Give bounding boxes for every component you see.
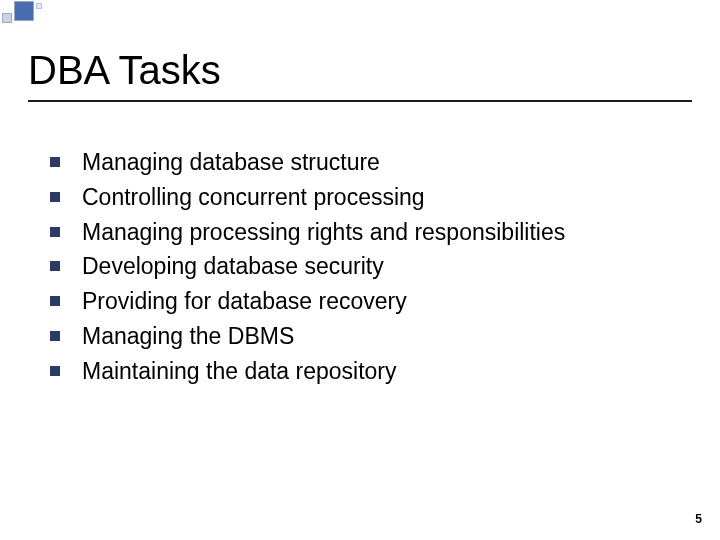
bullet-text: Controlling concurrent processing — [82, 183, 425, 212]
bullet-text: Providing for database recovery — [82, 287, 407, 316]
square-icon — [36, 3, 42, 9]
bullet-icon — [50, 227, 60, 237]
corner-decoration — [0, 0, 60, 30]
bullet-icon — [50, 261, 60, 271]
page-number: 5 — [695, 512, 702, 526]
list-item: Controlling concurrent processing — [50, 183, 670, 212]
list-item: Managing the DBMS — [50, 322, 670, 351]
bullet-text: Managing the DBMS — [82, 322, 294, 351]
bullet-icon — [50, 192, 60, 202]
square-icon — [14, 1, 34, 21]
title-underline — [28, 100, 692, 102]
bullet-icon — [50, 296, 60, 306]
bullet-text: Maintaining the data repository — [82, 357, 397, 386]
list-item: Managing processing rights and responsib… — [50, 218, 670, 247]
bullet-text: Managing database structure — [82, 148, 380, 177]
bullet-text: Managing processing rights and responsib… — [82, 218, 565, 247]
square-icon — [2, 13, 12, 23]
list-item: Maintaining the data repository — [50, 357, 670, 386]
bullet-list: Managing database structure Controlling … — [50, 148, 670, 391]
bullet-icon — [50, 157, 60, 167]
list-item: Developing database security — [50, 252, 670, 281]
bullet-icon — [50, 366, 60, 376]
list-item: Providing for database recovery — [50, 287, 670, 316]
slide-title: DBA Tasks — [28, 48, 221, 93]
bullet-text: Developing database security — [82, 252, 384, 281]
bullet-icon — [50, 331, 60, 341]
list-item: Managing database structure — [50, 148, 670, 177]
